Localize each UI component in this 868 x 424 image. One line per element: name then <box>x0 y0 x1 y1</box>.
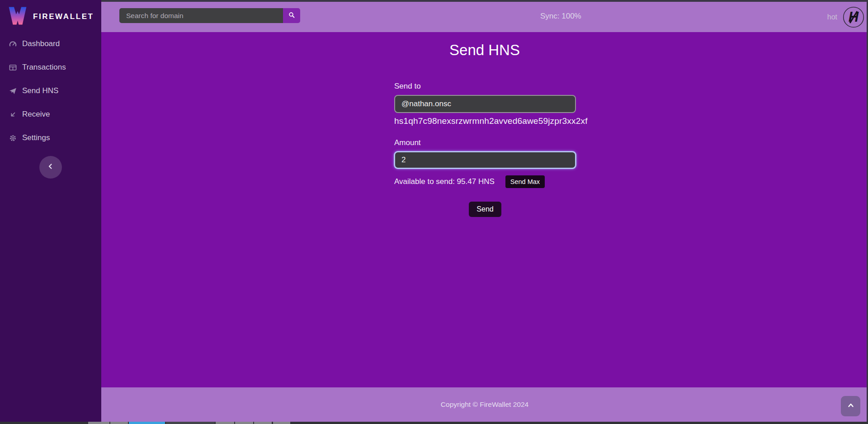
taskbar-window-segment[interactable] <box>110 422 128 424</box>
sidebar: FIREWALLET Dashboard <box>0 0 101 422</box>
window-top-edge <box>101 0 868 2</box>
sidebar-item-label: Dashboard <box>22 39 60 48</box>
brand-name: FIREWALLET <box>33 12 94 21</box>
sidebar-collapse-button[interactable] <box>39 156 62 179</box>
send-to-input[interactable] <box>394 95 576 113</box>
domain-search <box>119 8 300 23</box>
transactions-table-icon <box>9 63 17 72</box>
search-input[interactable] <box>119 8 283 23</box>
send-button[interactable]: Send <box>469 202 501 217</box>
sync-status: Sync: 100% <box>540 12 581 21</box>
sidebar-item-label: Send HNS <box>22 86 58 95</box>
chevron-left-icon <box>47 162 55 172</box>
wallet-indicator: hot H <box>827 2 864 32</box>
search-button[interactable] <box>283 8 300 23</box>
handshake-logo-icon[interactable]: H <box>843 6 864 28</box>
sidebar-item-send-hns[interactable]: Send HNS <box>0 79 101 103</box>
wallet-mode-label: hot <box>827 13 837 21</box>
send-paper-plane-icon <box>9 87 17 95</box>
sidebar-item-label: Transactions <box>22 63 66 72</box>
sidebar-item-dashboard[interactable]: Dashboard <box>0 32 101 56</box>
receive-arrow-icon <box>9 110 17 119</box>
copyright-text: Copyright © FireWallet 2024 <box>101 400 868 409</box>
footer: Copyright © FireWallet 2024 <box>101 387 868 422</box>
amount-label: Amount <box>394 138 576 147</box>
available-row: Available to send: 95.47 HNS Send Max <box>394 175 576 188</box>
send-max-button[interactable]: Send Max <box>505 175 545 188</box>
taskbar-window-segment[interactable] <box>216 422 234 424</box>
scroll-to-top-button[interactable] <box>841 396 860 416</box>
available-to-send-text: Available to send: 95.47 HNS <box>394 177 495 186</box>
sidebar-nav: Dashboard Transactions Send HNS <box>0 32 101 150</box>
taskbar-window-segment[interactable] <box>166 422 215 424</box>
send-to-label: Send to <box>394 82 576 91</box>
settings-gear-icon <box>9 134 17 142</box>
sidebar-item-label: Receive <box>22 110 50 119</box>
resolved-address: hs1qh7c98nexsrzwrmnh2avved6awe59jzpr3xx2… <box>394 116 576 126</box>
taskbar-window-segment[interactable] <box>254 422 272 424</box>
page-title: Send HNS <box>101 42 868 59</box>
sidebar-item-transactions[interactable]: Transactions <box>0 56 101 79</box>
firewallet-app: FIREWALLET Dashboard <box>0 0 868 424</box>
taskbar-window-segment[interactable] <box>88 422 109 424</box>
taskbar-window-segment[interactable] <box>273 422 290 424</box>
send-form: Send to hs1qh7c98nexsrzwrmnh2avved6awe59… <box>394 82 576 217</box>
topbar: Sync: 100% hot H <box>101 2 868 32</box>
chevron-up-icon <box>847 401 855 411</box>
taskbar <box>0 422 868 424</box>
search-icon <box>288 11 295 20</box>
sidebar-item-label: Settings <box>22 133 50 142</box>
taskbar-window-segment[interactable] <box>235 422 253 424</box>
dashboard-gauge-icon <box>9 40 17 48</box>
taskbar-active-window-segment[interactable] <box>129 422 165 424</box>
firewallet-w-logo <box>8 6 27 28</box>
brand[interactable]: FIREWALLET <box>0 0 101 28</box>
sidebar-item-receive[interactable]: Receive <box>0 103 101 126</box>
sidebar-item-settings[interactable]: Settings <box>0 126 101 150</box>
amount-input[interactable] <box>394 151 576 169</box>
